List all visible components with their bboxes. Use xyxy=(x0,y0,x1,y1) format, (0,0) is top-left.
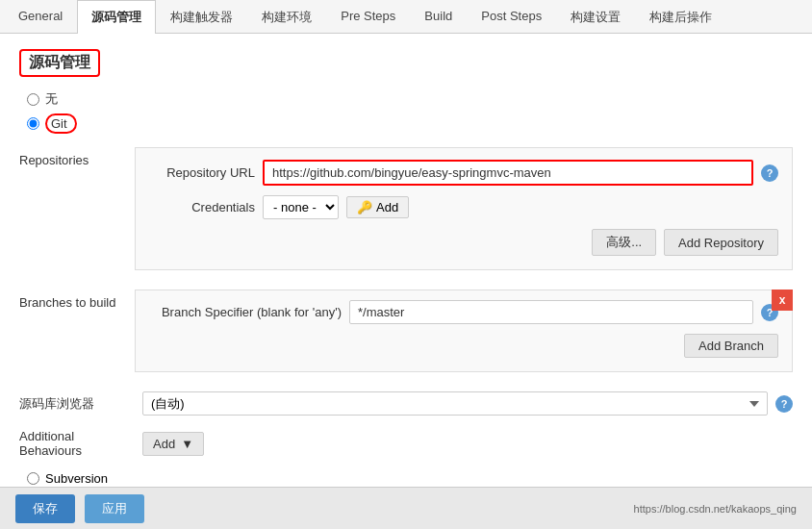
branch-specifier-row: Branch Specifier (blank for 'any') ? xyxy=(149,300,778,324)
url-row: Repository URL ? xyxy=(149,160,778,186)
main-content: 源码管理 无 Git Repositories Repository URL ? xyxy=(0,34,812,487)
radio-subversion-label: Subversion xyxy=(45,471,108,486)
radio-git[interactable]: Git xyxy=(27,113,793,134)
repositories-content: Repository URL ? Credentials - none - 🔑 … xyxy=(135,147,793,270)
tab-general[interactable]: General xyxy=(4,0,77,34)
tab-postactions[interactable]: 构建后操作 xyxy=(635,0,726,34)
tab-presteps[interactable]: Pre Steps xyxy=(326,0,410,34)
tab-poststeps[interactable]: Post Steps xyxy=(467,0,556,34)
scm-radio-group: 无 Git xyxy=(27,90,793,134)
credentials-select[interactable]: - none - xyxy=(263,195,339,219)
repositories-label: Repositories xyxy=(19,147,135,270)
radio-git-input[interactable] xyxy=(27,117,39,130)
source-browser-select[interactable]: (自动) xyxy=(142,391,768,416)
tab-build[interactable]: Build xyxy=(410,0,467,34)
branch-buttons-row: Add Branch xyxy=(149,334,778,358)
dropdown-arrow-icon: ▼ xyxy=(181,437,193,451)
radio-subversion-input[interactable] xyxy=(27,472,39,485)
url-help-icon[interactable]: ? xyxy=(761,164,778,182)
source-browser-help-icon[interactable]: ? xyxy=(775,395,793,413)
branches-label: Branches to build xyxy=(19,290,135,372)
radio-none-input[interactable] xyxy=(27,93,39,106)
key-icon: 🔑 xyxy=(357,200,372,214)
source-browser-label: 源码库浏览器 xyxy=(19,395,135,413)
git-label-circle: Git xyxy=(45,113,77,134)
save-button[interactable]: 保存 xyxy=(15,494,75,523)
advanced-button[interactable]: 高级... xyxy=(592,229,656,256)
repositories-section: Repositories Repository URL ? Credential… xyxy=(19,147,793,270)
tab-settings[interactable]: 构建设置 xyxy=(556,0,635,34)
branches-section: Branches to build x Branch Specifier (bl… xyxy=(19,290,793,372)
source-browser-row: 源码库浏览器 (自动) ? xyxy=(19,391,793,416)
url-label: Repository URL xyxy=(149,165,255,180)
branch-specifier-label: Branch Specifier (blank for 'any') xyxy=(149,305,342,319)
branch-specifier-input[interactable] xyxy=(349,300,753,324)
bottom-url: https://blog.csdn.net/kakaops_qing xyxy=(634,503,797,515)
radio-git-label: Git xyxy=(51,116,67,131)
tab-source[interactable]: 源码管理 xyxy=(77,0,156,34)
radio-none-label: 无 xyxy=(45,90,58,108)
section-title: 源码管理 xyxy=(19,49,100,77)
repository-url-input[interactable] xyxy=(263,160,753,186)
credentials-add-button[interactable]: 🔑 Add xyxy=(346,196,409,218)
credentials-label: Credentials xyxy=(149,200,255,214)
additional-behaviours-label: Additional Behaviours xyxy=(19,429,135,458)
tab-bar: General 源码管理 构建触发器 构建环境 Pre Steps Build … xyxy=(0,0,812,34)
radio-none[interactable]: 无 xyxy=(27,90,793,108)
subversion-row: Subversion xyxy=(27,471,793,486)
add-branch-button[interactable]: Add Branch xyxy=(684,334,778,358)
tab-triggers[interactable]: 构建触发器 xyxy=(156,0,247,34)
repo-buttons-row: 高级... Add Repository xyxy=(149,229,778,256)
url-input-wrapper xyxy=(263,160,753,186)
add-repository-button[interactable]: Add Repository xyxy=(664,229,778,256)
credentials-row: Credentials - none - 🔑 Add xyxy=(149,195,778,219)
apply-button[interactable]: 应用 xyxy=(85,494,144,523)
bottom-bar: 保存 应用 https://blog.csdn.net/kakaops_qing xyxy=(0,487,812,529)
credentials-add-label: Add xyxy=(376,200,398,214)
delete-branch-button[interactable]: x xyxy=(772,290,793,311)
additional-behaviours-row: Additional Behaviours Add ▼ xyxy=(19,429,793,458)
bottom-buttons: 保存 应用 xyxy=(15,494,144,523)
add-behaviour-label: Add xyxy=(153,437,175,451)
add-behaviour-button[interactable]: Add ▼ xyxy=(142,432,204,456)
branches-content: x Branch Specifier (blank for 'any') ? A… xyxy=(135,290,793,372)
tab-env[interactable]: 构建环境 xyxy=(247,0,326,34)
